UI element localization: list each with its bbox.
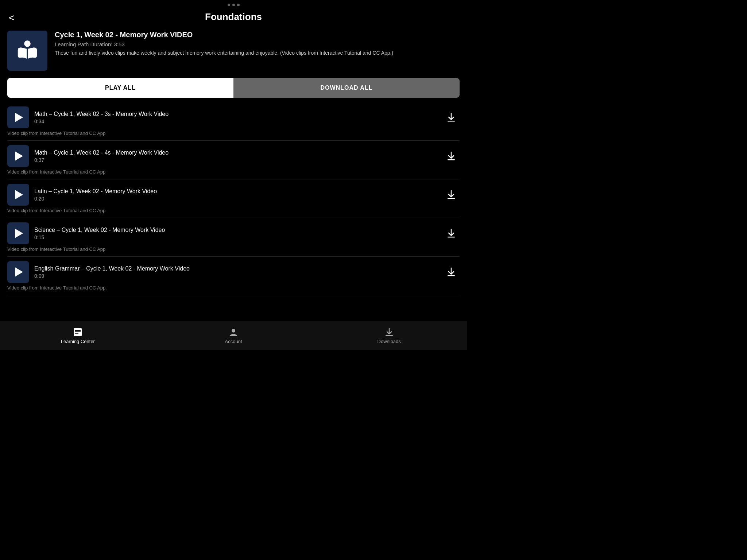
course-details: Cycle 1, Week 02 - Memory Work VIDEO Lea… — [55, 31, 460, 57]
page-title: Foundations — [205, 11, 262, 23]
download-icon — [446, 189, 457, 200]
list-item: Latin – Cycle 1, Week 02 - Memory Work V… — [0, 179, 467, 218]
video-title: Latin – Cycle 1, Week 02 - Memory Work V… — [34, 188, 438, 195]
svg-point-0 — [24, 40, 31, 47]
course-thumbnail — [7, 31, 47, 71]
video-info: English Grammar – Cycle 1, Week 02 - Mem… — [34, 265, 438, 279]
video-row: Math – Cycle 1, Week 02 - 4s - Memory Wo… — [7, 145, 460, 167]
dot-3 — [237, 4, 240, 6]
video-row: Science – Cycle 1, Week 02 - Memory Work… — [7, 222, 460, 244]
action-buttons: PLAY ALL DOWNLOAD ALL — [7, 78, 460, 98]
video-subtitle: Video clip from Interactive Tutorial and… — [7, 208, 460, 218]
video-duration: 0:20 — [34, 196, 438, 202]
play-triangle-icon — [15, 190, 23, 199]
download-button[interactable] — [443, 109, 460, 126]
video-duration: 0:34 — [34, 118, 438, 124]
svg-point-11 — [232, 329, 235, 332]
tab-account-label: Account — [225, 339, 242, 344]
tab-learning-center-label: Learning Center — [61, 339, 95, 344]
video-row: Latin – Cycle 1, Week 02 - Memory Work V… — [7, 184, 460, 206]
download-button[interactable] — [443, 186, 460, 203]
play-triangle-icon — [15, 229, 23, 238]
download-button[interactable] — [443, 264, 460, 280]
svg-rect-5 — [448, 237, 455, 238]
course-info: Cycle 1, Week 02 - Memory Work VIDEO Lea… — [0, 27, 467, 77]
book-icon — [15, 38, 40, 63]
list-item: English Grammar – Cycle 1, Week 02 - Mem… — [0, 257, 467, 295]
list-item: Science – Cycle 1, Week 02 - Memory Work… — [0, 218, 467, 257]
svg-rect-8 — [75, 330, 81, 331]
download-icon — [446, 228, 457, 239]
video-row: Math – Cycle 1, Week 02 - 3s - Memory Wo… — [7, 106, 460, 128]
download-icon — [446, 267, 457, 277]
video-duration: 0:37 — [34, 157, 438, 163]
video-list: Math – Cycle 1, Week 02 - 3s - Memory Wo… — [0, 102, 467, 306]
video-info: Math – Cycle 1, Week 02 - 3s - Memory Wo… — [34, 110, 438, 125]
download-icon — [446, 151, 457, 162]
svg-rect-6 — [448, 275, 455, 276]
play-button[interactable] — [7, 145, 29, 167]
play-triangle-icon — [15, 113, 23, 122]
svg-rect-10 — [75, 333, 78, 334]
play-triangle-icon — [15, 151, 23, 161]
video-title: Math – Cycle 1, Week 02 - 4s - Memory Wo… — [34, 149, 438, 157]
course-duration: Learning Path Duration: 3:53 — [55, 41, 460, 47]
video-subtitle: Video clip from Interactive Tutorial and… — [7, 246, 460, 257]
video-subtitle: Video clip from Interactive Tutorial and… — [7, 131, 460, 141]
video-info: Science – Cycle 1, Week 02 - Memory Work… — [34, 226, 438, 241]
play-button[interactable] — [7, 184, 29, 206]
download-icon — [446, 112, 457, 123]
video-title: English Grammar – Cycle 1, Week 02 - Mem… — [34, 265, 438, 273]
video-title: Math – Cycle 1, Week 02 - 3s - Memory Wo… — [34, 110, 438, 118]
play-all-button[interactable]: PLAY ALL — [7, 78, 233, 98]
list-item: Math – Cycle 1, Week 02 - 4s - Memory Wo… — [0, 141, 467, 179]
video-duration: 0:09 — [34, 273, 438, 279]
course-title: Cycle 1, Week 02 - Memory Work VIDEO — [55, 31, 460, 39]
video-duration: 0:15 — [34, 234, 438, 240]
svg-rect-3 — [448, 159, 455, 160]
download-all-button[interactable]: DOWNLOAD ALL — [233, 78, 460, 98]
account-icon — [228, 327, 239, 337]
learning-center-icon — [73, 327, 83, 337]
play-triangle-icon — [15, 267, 23, 277]
svg-rect-4 — [448, 198, 455, 199]
video-row: English Grammar – Cycle 1, Week 02 - Mem… — [7, 261, 460, 283]
list-item: Math – Cycle 1, Week 02 - 3s - Memory Wo… — [0, 102, 467, 141]
tab-downloads-label: Downloads — [378, 339, 401, 344]
downloads-icon — [384, 327, 394, 337]
play-button[interactable] — [7, 222, 29, 244]
video-subtitle: Video clip from Interactive Tutorial and… — [7, 285, 460, 295]
dot-2 — [232, 4, 235, 6]
back-button[interactable]: < — [6, 11, 18, 24]
video-info: Math – Cycle 1, Week 02 - 4s - Memory Wo… — [34, 149, 438, 163]
download-button[interactable] — [443, 148, 460, 164]
video-title: Science – Cycle 1, Week 02 - Memory Work… — [34, 226, 438, 234]
header: < Foundations — [0, 8, 467, 27]
tab-downloads[interactable]: Downloads — [311, 324, 467, 347]
svg-rect-12 — [386, 335, 393, 336]
course-description: These fun and lively video clips make we… — [55, 50, 460, 57]
tab-account[interactable]: Account — [156, 324, 311, 347]
video-info: Latin – Cycle 1, Week 02 - Memory Work V… — [34, 188, 438, 202]
status-dots — [0, 0, 467, 8]
download-button[interactable] — [443, 225, 460, 242]
play-button[interactable] — [7, 261, 29, 283]
video-subtitle: Video clip from Interactive Tutorial and… — [7, 169, 460, 179]
svg-rect-2 — [448, 121, 455, 122]
tab-learning-center[interactable]: Learning Center — [0, 324, 156, 347]
dot-1 — [228, 4, 230, 6]
play-button[interactable] — [7, 106, 29, 128]
svg-rect-9 — [75, 331, 81, 332]
tab-bar: Learning Center Account Downloads — [0, 321, 467, 350]
